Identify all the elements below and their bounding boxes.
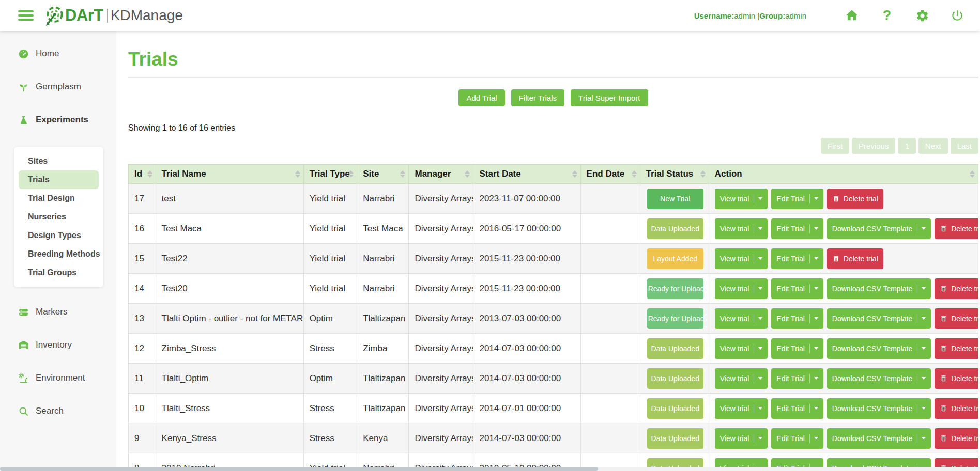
edit-trial-button[interactable]: Edit Trial	[771, 398, 823, 419]
delete-trial-button[interactable]: Delete trial	[827, 248, 883, 269]
caret-down-icon[interactable]	[754, 344, 762, 353]
caret-down-icon[interactable]	[917, 404, 926, 413]
submenu-item-trial-design[interactable]: Trial Design	[19, 189, 99, 208]
caret-down-icon[interactable]	[754, 284, 762, 293]
sidebar-item-home[interactable]: Home	[0, 48, 116, 60]
sidebar-item-markers[interactable]: Markers	[0, 306, 116, 318]
edit-trial-button[interactable]: Edit Trial	[771, 338, 823, 359]
view-trial-button[interactable]: View trial	[715, 189, 768, 209]
settings-button[interactable]	[915, 8, 929, 23]
view-trial-button[interactable]: View trial	[715, 368, 768, 389]
caret-down-icon[interactable]	[754, 194, 762, 203]
column-header-trial-name[interactable]: Trial Name	[156, 165, 303, 184]
caret-down-icon[interactable]	[809, 224, 818, 233]
caret-down-icon[interactable]	[917, 374, 926, 383]
view-trial-button[interactable]: View trial	[715, 278, 768, 299]
help-button[interactable]: ?	[880, 8, 894, 23]
caret-down-icon[interactable]	[754, 254, 762, 263]
submenu-item-breeding-methods[interactable]: Breeding Methods	[19, 245, 99, 263]
delete-trial-button[interactable]: Delete trial	[935, 368, 978, 389]
caret-down-icon[interactable]	[809, 284, 818, 293]
sort-icon[interactable]	[348, 170, 354, 178]
edit-trial-button[interactable]: Edit Trial	[771, 308, 823, 329]
caret-down-icon[interactable]	[917, 434, 926, 443]
edit-trial-button[interactable]: Edit Trial	[771, 428, 823, 449]
caret-down-icon[interactable]	[809, 314, 818, 323]
caret-down-icon[interactable]	[809, 374, 818, 383]
submenu-item-nurseries[interactable]: Nurseries	[19, 208, 99, 226]
home-button[interactable]	[845, 8, 859, 23]
delete-trial-button[interactable]: Delete trial	[935, 308, 978, 329]
trial-super-import-button[interactable]: Trial Super Import	[571, 89, 648, 106]
sort-icon[interactable]	[632, 170, 637, 178]
delete-trial-button[interactable]: Delete trial	[935, 398, 978, 419]
sort-icon[interactable]	[700, 170, 706, 178]
view-trial-button[interactable]: View trial	[715, 248, 768, 269]
download-csv-template-button[interactable]: Download CSV Template	[827, 218, 931, 239]
sort-icon[interactable]	[400, 170, 405, 178]
view-trial-button[interactable]: View trial	[715, 338, 768, 359]
caret-down-icon[interactable]	[917, 344, 926, 353]
sidebar-item-experiments[interactable]: Experiments	[0, 114, 116, 126]
caret-down-icon[interactable]	[754, 434, 762, 443]
column-header-action[interactable]: Action	[709, 165, 978, 184]
pagination-last-button[interactable]: Last	[951, 138, 978, 154]
caret-down-icon[interactable]	[809, 404, 818, 413]
column-header-trial-type[interactable]: Trial Type	[303, 165, 357, 184]
column-header-start-date[interactable]: Start Date	[473, 165, 580, 184]
edit-trial-button[interactable]: Edit Trial	[771, 248, 823, 269]
add-trial-button[interactable]: Add Trial	[458, 89, 504, 106]
download-csv-template-button[interactable]: Download CSV Template	[827, 368, 931, 389]
column-header-site[interactable]: Site	[357, 165, 409, 184]
caret-down-icon[interactable]	[917, 314, 926, 323]
sort-icon[interactable]	[295, 170, 300, 178]
view-trial-button[interactable]: View trial	[715, 218, 768, 239]
caret-down-icon[interactable]	[754, 374, 762, 383]
sidebar-item-search[interactable]: Search	[0, 405, 116, 417]
caret-down-icon[interactable]	[917, 284, 926, 293]
delete-trial-button[interactable]: Delete trial	[935, 218, 978, 239]
submenu-item-trials[interactable]: Trials	[19, 170, 99, 189]
column-header-manager[interactable]: Manager	[409, 165, 473, 184]
sort-icon[interactable]	[465, 170, 470, 178]
menu-toggle-icon[interactable]	[18, 10, 34, 21]
caret-down-icon[interactable]	[754, 314, 762, 323]
download-csv-template-button[interactable]: Download CSV Template	[827, 278, 931, 299]
view-trial-button[interactable]: View trial	[715, 308, 768, 329]
caret-down-icon[interactable]	[809, 194, 818, 203]
pagination-next-button[interactable]: Next	[918, 138, 948, 154]
view-trial-button[interactable]: View trial	[715, 398, 768, 419]
edit-trial-button[interactable]: Edit Trial	[771, 218, 823, 239]
scrollbar-thumb[interactable]	[0, 467, 598, 471]
download-csv-template-button[interactable]: Download CSV Template	[827, 308, 931, 329]
sidebar-item-environment[interactable]: Environment	[0, 372, 116, 384]
delete-trial-button[interactable]: Delete trial	[935, 278, 978, 299]
download-csv-template-button[interactable]: Download CSV Template	[827, 338, 931, 359]
delete-trial-button[interactable]: Delete trial	[935, 338, 978, 359]
caret-down-icon[interactable]	[809, 254, 818, 263]
submenu-item-sites[interactable]: Sites	[19, 152, 99, 170]
download-csv-template-button[interactable]: Download CSV Template	[827, 428, 931, 449]
edit-trial-button[interactable]: Edit Trial	[771, 278, 823, 299]
caret-down-icon[interactable]	[754, 224, 762, 233]
sidebar-item-inventory[interactable]: Inventory	[0, 339, 116, 351]
caret-down-icon[interactable]	[809, 344, 818, 353]
delete-trial-button[interactable]: Delete trial	[827, 189, 883, 209]
column-header-id[interactable]: Id	[129, 165, 156, 184]
edit-trial-button[interactable]: Edit Trial	[771, 368, 823, 389]
pagination-page-1-button[interactable]: 1	[898, 138, 915, 154]
caret-down-icon[interactable]	[754, 404, 762, 413]
pagination-previous-button[interactable]: Previous	[852, 138, 895, 154]
view-trial-button[interactable]: View trial	[715, 428, 768, 449]
logout-button[interactable]	[950, 8, 964, 23]
sidebar-item-germplasm[interactable]: Germplasm	[0, 81, 116, 93]
sort-icon[interactable]	[572, 170, 577, 178]
pagination-first-button[interactable]: First	[821, 138, 849, 154]
submenu-item-design-types[interactable]: Design Types	[19, 226, 99, 245]
edit-trial-button[interactable]: Edit Trial	[771, 189, 823, 209]
column-header-trial-status[interactable]: Trial Status	[640, 165, 709, 184]
caret-down-icon[interactable]	[809, 434, 818, 443]
column-header-end-date[interactable]: End Date	[580, 165, 640, 184]
sort-icon[interactable]	[970, 170, 975, 178]
sort-icon[interactable]	[147, 170, 152, 178]
